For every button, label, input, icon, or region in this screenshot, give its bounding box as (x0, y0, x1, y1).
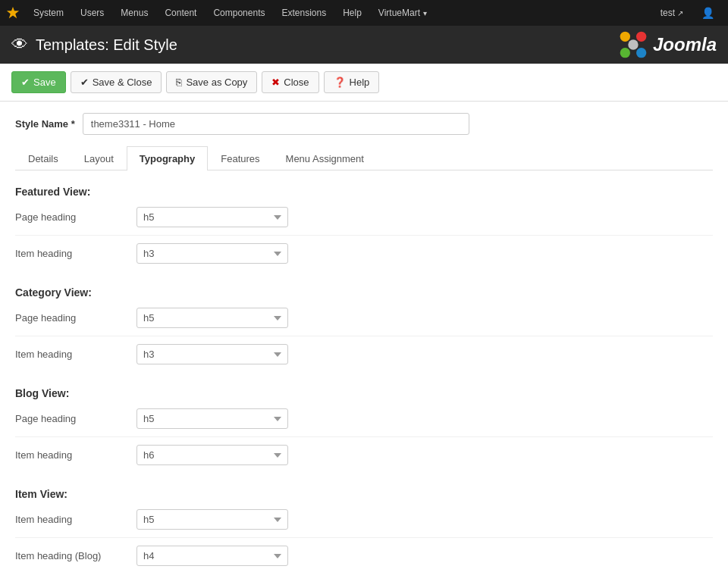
save-button[interactable]: ✔ Save (11, 71, 66, 93)
close-icon: ✖ (271, 77, 280, 88)
category-view-section: Category View: Page heading h1h2h3h4h5h6… (15, 286, 713, 372)
help-icon: ❓ (334, 77, 346, 88)
item-item-heading-label: Item heading (15, 514, 136, 525)
item-item-heading-blog-label: Item heading (Blog) (15, 550, 136, 561)
item-item-heading-blog-group: Item heading (Blog) h1h2h3h4h5h6 (15, 546, 713, 574)
top-navigation: System Users Menus Content Components Ex… (0, 0, 728, 26)
page-title: Templates: Edit Style (36, 36, 177, 54)
save-copy-button[interactable]: ⎘ Save as Copy (166, 71, 257, 93)
blog-page-heading-select[interactable]: h1h2h3h4h5h6 (136, 408, 288, 429)
blog-page-heading-group: Page heading h1h2h3h4h5h6 (15, 408, 713, 437)
main-content: Style Name * Details Layout Typography F… (0, 102, 728, 588)
close-button[interactable]: ✖ Close (262, 71, 318, 93)
svg-point-0 (620, 32, 630, 42)
blog-item-heading-select[interactable]: h1h2h3h4h5h6 (136, 445, 288, 465)
nav-content[interactable]: Content (157, 0, 204, 26)
category-item-heading-group: Item heading h1h2h3h4h5h6 (15, 344, 713, 372)
top-nav-right: test ↗ 👤 (653, 0, 722, 26)
blog-item-heading-group: Item heading h1h2h3h4h5h6 (15, 445, 713, 473)
blog-view-section: Blog View: Page heading h1h2h3h4h5h6 Ite… (15, 387, 713, 473)
nav-help[interactable]: Help (335, 0, 369, 26)
nav-system[interactable]: System (26, 0, 71, 26)
save-close-button[interactable]: ✔ Save & Close (71, 71, 162, 93)
nav-components[interactable]: Components (206, 0, 272, 26)
featured-view-section: Featured View: Page heading h1h2h3h4h5h6… (15, 186, 713, 271)
item-view-section: Item View: Item heading h1h2h3h4h5h6 Ite… (15, 488, 713, 574)
external-link-icon: ↗ (677, 9, 683, 17)
blog-item-heading-label: Item heading (15, 449, 136, 461)
featured-page-heading-label: Page heading (15, 211, 136, 223)
category-page-heading-select[interactable]: h1h2h3h4h5h6 (136, 308, 288, 328)
style-name-input[interactable] (83, 113, 469, 135)
featured-page-heading-select[interactable]: h1h2h3h4h5h6 (136, 207, 288, 227)
typography-content: Featured View: Page heading h1h2h3h4h5h6… (15, 186, 713, 574)
featured-view-title: Featured View: (15, 186, 713, 198)
svg-point-1 (636, 32, 646, 42)
item-item-heading-blog-select[interactable]: h1h2h3h4h5h6 (136, 546, 288, 566)
style-name-label: Style Name * (15, 118, 75, 130)
nav-menus[interactable]: Menus (113, 0, 155, 26)
joomla-nav-icon (6, 6, 20, 20)
title-bar: 👁 Templates: Edit Style Joomla (0, 26, 728, 64)
category-page-heading-group: Page heading h1h2h3h4h5h6 (15, 308, 713, 336)
category-view-title: Category View: (15, 286, 713, 299)
joomla-logo-icon (618, 30, 648, 60)
svg-point-4 (628, 39, 638, 49)
blog-view-title: Blog View: (15, 387, 713, 399)
tab-layout[interactable]: Layout (71, 146, 127, 170)
toolbar: ✔ Save ✔ Save & Close ⎘ Save as Copy ✖ C… (0, 64, 728, 102)
item-item-heading-select[interactable]: h1h2h3h4h5h6 (136, 509, 288, 530)
nav-test[interactable]: test ↗ (653, 0, 691, 26)
item-view-title: Item View: (15, 488, 713, 500)
item-item-heading-group: Item heading h1h2h3h4h5h6 (15, 509, 713, 538)
user-icon: 👤 (701, 7, 714, 19)
featured-item-heading-select[interactable]: h1h2h3h4h5h6 (136, 243, 288, 264)
category-page-heading-label: Page heading (15, 312, 136, 324)
blog-page-heading-label: Page heading (15, 413, 136, 424)
featured-item-heading-group: Item heading h1h2h3h4h5h6 (15, 243, 713, 271)
copy-icon: ⎘ (176, 77, 182, 88)
style-name-row: Style Name * (15, 113, 713, 135)
title-bar-left: 👁 Templates: Edit Style (11, 35, 177, 55)
featured-item-heading-label: Item heading (15, 248, 136, 259)
nav-users[interactable]: Users (73, 0, 111, 26)
virtuemart-dropdown-icon: ▾ (423, 9, 427, 17)
nav-user[interactable]: 👤 (694, 0, 722, 26)
svg-point-2 (620, 48, 630, 58)
nav-extensions[interactable]: Extensions (274, 0, 334, 26)
nav-virtuemart[interactable]: VirtueMart ▾ (371, 0, 435, 26)
tab-typography[interactable]: Typography (127, 146, 208, 170)
joomla-logo-text: Joomla (653, 34, 717, 55)
help-button[interactable]: ❓ Help (324, 71, 380, 93)
category-item-heading-select[interactable]: h1h2h3h4h5h6 (136, 344, 288, 364)
eye-icon: 👁 (11, 35, 28, 55)
save-close-icon: ✔ (80, 77, 89, 88)
svg-point-3 (636, 48, 646, 58)
featured-page-heading-group: Page heading h1h2h3h4h5h6 (15, 207, 713, 236)
tab-details[interactable]: Details (15, 146, 71, 170)
tabs: Details Layout Typography Features Menu … (15, 146, 713, 170)
tab-features[interactable]: Features (208, 146, 272, 170)
joomla-logo: Joomla (618, 30, 717, 60)
tab-menu-assignment[interactable]: Menu Assignment (273, 146, 377, 170)
save-icon: ✔ (21, 77, 30, 88)
category-item-heading-label: Item heading (15, 349, 136, 360)
